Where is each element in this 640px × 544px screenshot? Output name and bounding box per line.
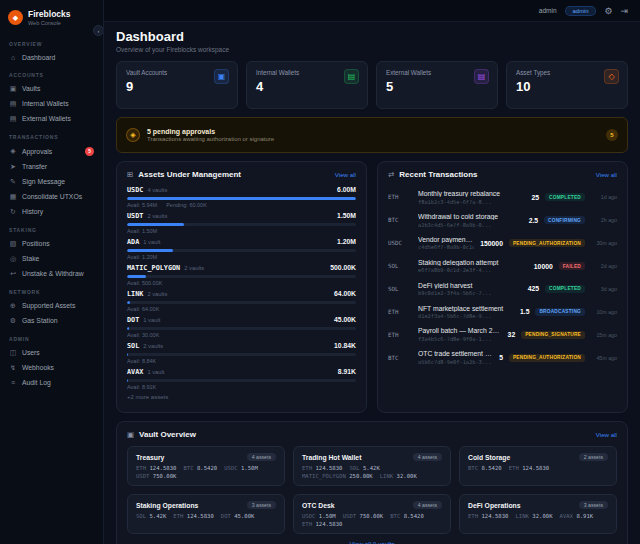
sidebar-section-label: Staking (9, 227, 94, 233)
stat-card: Asset Types 10 ◇ (506, 61, 628, 109)
transaction-row[interactable]: ETH Monthly treasury rebalance f8a1b2c3-… (388, 186, 617, 209)
transaction-row[interactable]: BTC Withdrawal to cold storage a2b3c4d5-… (388, 209, 617, 232)
sidebar-item-icon: ▣ (9, 85, 17, 93)
more-assets-link[interactable]: +2 more assets (127, 394, 356, 400)
holding-value: 250.00K (349, 473, 373, 479)
sidebar-item[interactable]: ↯ Webhooks (4, 360, 99, 375)
sidebar-item[interactable]: ≡ Audit Log (4, 375, 99, 389)
aum-asset-row[interactable]: LINK 2 vaults 64.00K Avail: 64.00K (127, 290, 356, 312)
transaction-row[interactable]: SOL DeFi yield harvest b9c0d1e2-3f4a-5b6… (388, 278, 617, 301)
sidebar-item[interactable]: ▧ Positions (4, 236, 99, 251)
sidebar-section-label: Transactions (9, 134, 94, 140)
sidebar-item[interactable]: ✎ Sign Message (4, 174, 99, 189)
vault-card[interactable]: Cold Storage 2 assets BTC 8.5420 ETH 124… (459, 446, 617, 486)
aum-view-all-link[interactable]: View all (335, 171, 356, 178)
sidebar-item[interactable]: ▣ Vaults (4, 81, 99, 96)
logout-icon[interactable]: ⇥ (620, 6, 628, 16)
asset-progress-fill (127, 223, 184, 226)
aum-asset-row[interactable]: SOL 2 vaults 10.84K Avail: 8.84K (127, 342, 356, 364)
txn-hash: a2b3c4d5-6e7f-8a9b-0... (418, 222, 523, 228)
holding-symbol: AVAX (560, 513, 573, 519)
sidebar-item-label: Positions (22, 240, 50, 247)
sidebar-item[interactable]: ⌂ Dashboard (4, 50, 99, 64)
sidebar-item-label: External Wallets (22, 115, 71, 122)
sidebar-item[interactable]: ↻ History (4, 204, 99, 219)
stat-icon: ▣ (214, 69, 229, 84)
vault-asset-count-badge: 4 assets (413, 453, 442, 461)
asset-vault-count: 2 vaults (147, 291, 167, 297)
asset-total: 1.20M (337, 238, 356, 245)
txn-time: 10m ago (591, 309, 617, 315)
vault-card[interactable]: Staking Operations 3 assets SOL 5.42K ET… (127, 494, 285, 534)
sidebar-item[interactable]: ⊕ Supported Assets (4, 298, 99, 313)
transactions-view-all-link[interactable]: View all (596, 171, 617, 178)
sidebar-collapse-button[interactable]: ‹ (93, 25, 104, 36)
asset-progress-fill (127, 301, 130, 304)
pending-approvals-banner[interactable]: ◈ 5 pending approvals Transactions await… (116, 117, 628, 153)
settings-gear-icon[interactable]: ⚙ (604, 6, 612, 16)
transactions-title: Recent Transactions (399, 170, 477, 179)
sidebar-item[interactable]: ⚙ Gas Station (4, 313, 99, 328)
aum-asset-row[interactable]: MATIC_POLYGON 2 vaults 500.00K Avail: 50… (127, 264, 356, 286)
holding-symbol: USDC (302, 513, 315, 519)
sidebar-item[interactable]: ▤ Internal Wallets (4, 96, 99, 111)
sidebar-item-label: Webhooks (22, 364, 54, 371)
asset-vault-count: 1 vault (143, 239, 160, 245)
holding-symbol: SOL (136, 513, 146, 519)
sidebar-item[interactable]: ◫ Users (4, 345, 99, 360)
txn-asset: USDC (388, 240, 412, 246)
asset-progress-track (127, 327, 356, 330)
vault-holding: BTC 8.5420 (468, 465, 502, 471)
transaction-row[interactable]: BTC OTC trade settlement — Bl... a5b6c7d… (388, 346, 617, 369)
sidebar-item[interactable]: ◈ Approvals 5 (4, 143, 99, 159)
vault-holding: ETH 124.5830 (302, 465, 342, 471)
sidebar-item[interactable]: ▤ External Wallets (4, 111, 99, 126)
txn-status-badge: COMPLETED (545, 285, 585, 293)
sidebar: ◆ Fireblocks Web Console ‹ Overview ⌂ Da… (0, 0, 104, 544)
transaction-row[interactable]: ETH Payroll batch — March 2026 f3a4b5c6-… (388, 323, 617, 346)
aum-asset-row[interactable]: DOT 1 vault 45.00K Avail: 30.00K (127, 316, 356, 338)
aum-asset-row[interactable]: USDC 4 vaults 6.00M Avail: 5.94M Pending… (127, 186, 356, 208)
sidebar-item-icon: ◫ (9, 349, 17, 357)
holding-value: 8.5420 (197, 465, 217, 471)
sidebar-item-icon: ▤ (9, 115, 17, 123)
vault-card[interactable]: DeFi Operations 3 assets ETH 124.5830 LI… (459, 494, 617, 534)
txn-amount: 10000 (534, 263, 553, 270)
asset-progress-fill (127, 249, 173, 252)
asset-available: Avail: 64.00K (127, 306, 159, 312)
txn-asset: ETH (388, 309, 412, 315)
holding-value: 8.91K (576, 513, 593, 519)
asset-available: Avail: 5.94M (127, 202, 157, 208)
stat-value: 10 (516, 79, 618, 94)
sidebar-item-icon: ▤ (9, 100, 17, 108)
transaction-row[interactable]: ETH NFT marketplace settlement d1e2f3a4-… (388, 300, 617, 323)
vault-card[interactable]: Trading Hot Wallet 4 assets ETH 124.5830… (293, 446, 451, 486)
sidebar-item[interactable]: ▦ Consolidate UTXOs (4, 189, 99, 204)
aum-asset-row[interactable]: AVAX 1 vault 8.91K Avail: 8.91K (127, 368, 356, 390)
txn-hash: a5b6c7d8-9e0f-1a2b-3... (418, 359, 493, 365)
txn-time: 15m ago (591, 332, 617, 338)
holding-value: 5.42K (363, 465, 380, 471)
banner-count-badge: 5 (606, 129, 618, 141)
txn-amount: 1.5 (520, 308, 529, 315)
sidebar-item[interactable]: ➤ Transfer (4, 159, 99, 174)
vault-holding: USDT 750.00K (343, 513, 383, 519)
transaction-row[interactable]: SOL Staking delegation attempt e6f7a8b9-… (388, 255, 617, 278)
aum-asset-row[interactable]: USDT 2 vaults 1.50M Avail: 1.50M (127, 212, 356, 234)
sidebar-item[interactable]: ↩ Unstake & Withdraw (4, 266, 99, 281)
holding-symbol: BTC (390, 513, 400, 519)
transaction-row[interactable]: USDC Vendor payment — invoice ... c4d5e6… (388, 232, 617, 255)
sidebar-section: Staking ▧ Positions ◎ Stake ↩ U (0, 227, 103, 281)
sidebar-item[interactable]: ◎ Stake (4, 251, 99, 266)
vault-name: Trading Hot Wallet (302, 454, 361, 461)
sidebar-section: Network ⊕ Supported Assets ⚙ Gas Station (0, 289, 103, 328)
vault-card[interactable]: Treasury 4 assets ETH 124.5830 BTC 8.542… (127, 446, 285, 486)
txn-amount: 425 (528, 285, 539, 292)
aum-asset-row[interactable]: ADA 1 vault 1.20M Avail: 1.20M (127, 238, 356, 260)
txn-amount: 2.5 (529, 217, 538, 224)
vault-card[interactable]: OTC Desk 4 assets USDC 1.50M USDT 750.00… (293, 494, 451, 534)
txn-title: OTC trade settlement — Bl... (418, 350, 493, 357)
stat-icon: ▤ (344, 69, 359, 84)
asset-vault-count: 4 vaults (147, 187, 167, 193)
vaults-view-all-link[interactable]: View all (596, 431, 617, 438)
